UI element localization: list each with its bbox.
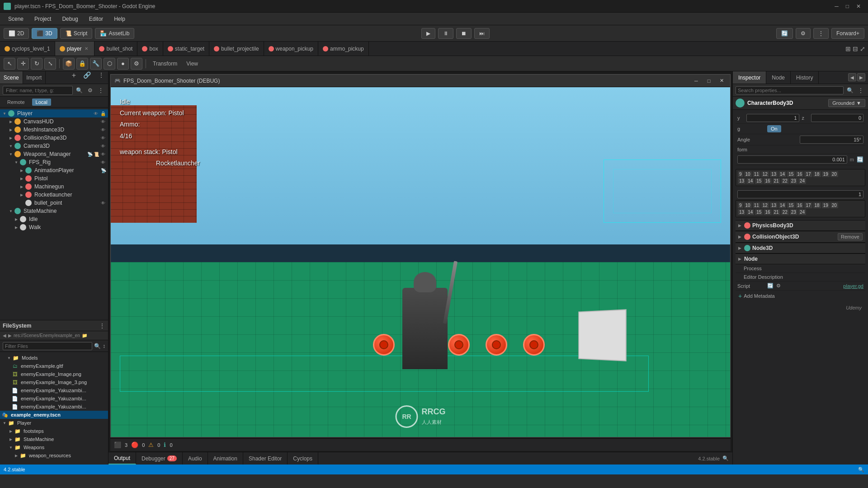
lock-player[interactable]: 🔒 <box>100 110 106 117</box>
tree-item-anim-player[interactable]: ▶ AnimationPlayer 📡 <box>0 166 108 174</box>
window-maximize[interactable]: □ <box>842 2 853 10</box>
fs-item-weapons-folder[interactable]: ▼ 📁 Weapons <box>0 443 108 451</box>
bottom-tab-animation[interactable]: Animation <box>208 452 243 465</box>
arrow-mesh[interactable]: ▶ <box>8 127 14 132</box>
arrow-walk[interactable]: ▶ <box>14 225 19 230</box>
view-toggle-1[interactable]: ⊞ <box>845 45 851 52</box>
fs-item-player-folder[interactable]: ▼ 📁 Player <box>0 419 108 427</box>
fs-item-example-enemy[interactable]: 🎭 example_enemy.tscn <box>0 411 108 419</box>
fs-item-statemachine-folder[interactable]: ▶ 📁 StateMachine <box>0 435 108 443</box>
arrow-idle[interactable]: ▶ <box>14 216 19 222</box>
vis-player[interactable]: 👁 <box>93 110 99 117</box>
tool-dot[interactable]: ● <box>117 58 129 70</box>
toolbar-script[interactable]: 📜 Script <box>60 28 93 39</box>
menu-project[interactable]: Project <box>30 14 56 24</box>
arrow-weapons-mgr[interactable]: ▼ <box>8 151 14 157</box>
fs-search-icon[interactable]: 🔍 <box>94 343 101 349</box>
menu-scene[interactable]: Scene <box>4 14 28 24</box>
arrow-anim[interactable]: ▶ <box>19 168 24 173</box>
bottom-tab-cyclops[interactable]: Cyclops <box>288 452 318 465</box>
window-close[interactable]: ✕ <box>853 2 864 10</box>
fs-more-icon[interactable]: ⋮ <box>99 322 105 329</box>
tree-item-collision[interactable]: ▶ CollisionShape3D 👁 <box>0 134 108 142</box>
bottom-tab-shader[interactable]: Shader Editor <box>243 452 288 465</box>
toolbar-pause[interactable]: ⏸ <box>438 28 453 39</box>
toolbar-forward[interactable]: Forward+ <box>831 28 864 39</box>
tree-item-machinegun[interactable]: ▶ Machinegun <box>0 183 108 191</box>
node-section-header[interactable]: ▶ Node <box>736 253 865 264</box>
bottom-tab-debugger[interactable]: Debugger 27 <box>136 452 183 465</box>
tab-static-target[interactable]: static_target <box>163 42 209 56</box>
bottom-tab-audio[interactable]: Audio <box>183 452 208 465</box>
vis-camera[interactable]: 👁 <box>100 143 106 149</box>
fs-item-enemy-img3[interactable]: 🖼 enemyExample_Image_3.png <box>0 378 108 386</box>
node3d-header[interactable]: ▶ Node3D <box>736 243 865 253</box>
value1[interactable]: 1 <box>737 190 863 198</box>
toolbar-sync[interactable]: 🔄 <box>776 28 793 39</box>
left-panel-add[interactable]: + <box>68 71 80 84</box>
vis-mesh[interactable]: 👁 <box>100 127 106 133</box>
left-tab-scene[interactable]: Scene <box>0 71 23 84</box>
tab-ammo-pickup[interactable]: ammo_pickup <box>318 42 369 56</box>
vis-fps-rig[interactable]: 👁 <box>100 159 106 165</box>
filter-options-icon[interactable]: ⚙ <box>85 86 94 95</box>
arrow-camera[interactable]: ▼ <box>8 143 14 149</box>
tab-weapon-pickup[interactable]: weapon_pickup <box>264 42 318 56</box>
y-value[interactable]: 1 <box>746 114 799 122</box>
tool-snap[interactable]: 🔧 <box>90 58 102 70</box>
tab-bullet-shot[interactable]: bullet_shot <box>94 42 137 56</box>
toolbar-step[interactable]: ⏭ <box>474 28 490 39</box>
tree-item-weapons-mgr[interactable]: ▼ Weapons_Manager 📡 📜 👁 <box>0 150 108 158</box>
toolbar-2d[interactable]: ⬜ 2D <box>4 28 29 39</box>
fs-sort-icon[interactable]: ↕ <box>103 343 105 349</box>
tab-player[interactable]: player ✕ <box>55 42 95 56</box>
status-filter-icon[interactable]: 🔍 <box>858 467 864 473</box>
vis-bullet[interactable]: 👁 <box>100 200 106 206</box>
toolbar-play[interactable]: ▶ <box>421 28 435 39</box>
arrow-machinegun[interactable]: ▶ <box>19 184 24 189</box>
menu-editor[interactable]: Editor <box>85 14 108 24</box>
arrow-canvas[interactable]: ▶ <box>8 119 14 124</box>
tool-lock[interactable]: 🔒 <box>76 58 88 70</box>
fs-back-icon[interactable]: ◀ <box>3 333 6 338</box>
script-settings-icon[interactable]: ⚙ <box>776 283 781 289</box>
tree-item-statemachine[interactable]: ▼ StateMachine <box>0 207 108 215</box>
nav-back[interactable]: ◀ <box>848 73 856 81</box>
tool-select[interactable]: ↖ <box>4 58 15 70</box>
toolbar-assetlib[interactable]: 🏪 AssetLib <box>95 28 134 39</box>
tool-scale[interactable]: ⤡ <box>44 58 56 70</box>
bottom-tab-output[interactable]: Output <box>108 452 136 465</box>
left-panel-more[interactable]: ⋮ <box>94 71 108 84</box>
menu-debug[interactable]: Debug <box>57 14 82 24</box>
local-btn[interactable]: Local <box>32 99 51 106</box>
scene-filter-input[interactable] <box>3 86 73 95</box>
fs-item-footsteps[interactable]: ▶ 📁 footsteps <box>0 427 108 435</box>
fs-forward-icon[interactable]: ▶ <box>8 333 12 338</box>
tab-bullet-projectile[interactable]: bullet_projectile <box>209 42 264 56</box>
remote-btn[interactable]: Remote <box>4 99 28 106</box>
script-refresh-icon[interactable]: 🔄 <box>767 283 774 289</box>
collision-obj-header[interactable]: ▶ CollisionObject3D Remove <box>736 231 865 243</box>
game-win-maximize[interactable]: □ <box>704 77 714 85</box>
collision-remove-btn[interactable]: Remove <box>838 233 863 240</box>
scene-more-icon[interactable]: ⋮ <box>96 86 105 95</box>
add-metadata-btn[interactable]: + Add Metadata <box>736 291 865 301</box>
game-win-close[interactable]: ✕ <box>717 77 726 85</box>
view-toggle-2[interactable]: ⊟ <box>853 45 858 52</box>
tab-box[interactable]: box <box>137 42 163 56</box>
tree-item-mesh[interactable]: ▶ MeshInstance3D 👁 <box>0 126 108 134</box>
arrow-fps-rig[interactable]: ▼ <box>14 160 19 165</box>
arrow-pistol[interactable]: ▶ <box>19 176 24 181</box>
tool-hex[interactable]: ⬡ <box>104 58 115 70</box>
toolbar-stop[interactable]: ⏹ <box>456 28 472 39</box>
arrow-player[interactable]: ▼ <box>2 111 7 116</box>
margin-value[interactable]: 0.001 <box>737 155 847 164</box>
script-value[interactable]: player.gd <box>783 283 863 289</box>
fs-filter-input[interactable] <box>3 342 92 350</box>
arrow-statemachine[interactable]: ▼ <box>8 208 14 214</box>
inspector-search-icon[interactable]: 🔍 <box>845 86 854 95</box>
vis-canvas[interactable]: 👁 <box>100 118 106 125</box>
fs-item-enemy-yak1[interactable]: 📄 enemyExample_Yakuzambi... <box>0 386 108 394</box>
toolbar-settings[interactable]: ⚙ <box>796 28 811 39</box>
fs-item-enemy-gltf[interactable]: 🗂 enemyExample.gltf <box>0 362 108 370</box>
